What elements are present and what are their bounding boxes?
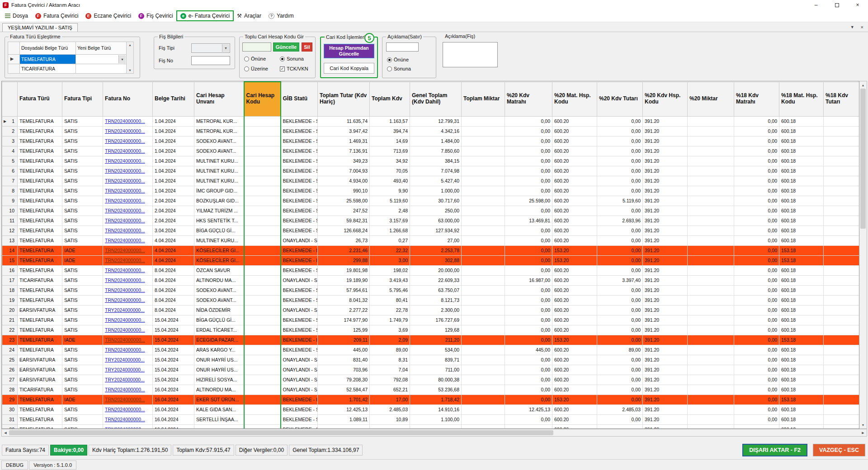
invoice-link[interactable]: TRN2024000000... — [105, 387, 145, 392]
cell[interactable]: 600.18 — [779, 414, 824, 424]
row-header[interactable]: 30 — [2, 404, 18, 414]
cell[interactable]: 153.20 — [552, 335, 597, 345]
horizontal-scrollbar[interactable]: ◀ ▶ — [1, 429, 867, 437]
cell[interactable]: 1.089,11 — [318, 414, 370, 424]
cell[interactable] — [462, 355, 505, 365]
cell[interactable] — [688, 345, 734, 355]
column-header[interactable]: Belge Tarihi — [153, 82, 194, 116]
cell[interactable]: 3.947,42 — [318, 126, 370, 136]
cell[interactable]: BEKLEMEDE - SA... — [281, 156, 318, 166]
cell[interactable] — [244, 375, 281, 385]
cell[interactable] — [734, 424, 779, 429]
cell[interactable]: 0,00 — [734, 156, 779, 166]
cell[interactable]: 0,00 — [505, 235, 552, 245]
cell[interactable]: TRN2024000000... — [103, 116, 153, 126]
cell[interactable] — [462, 295, 505, 305]
cell[interactable] — [244, 226, 281, 235]
cell[interactable]: 600.20 — [552, 275, 597, 285]
cell[interactable]: 0,00 — [505, 385, 552, 395]
cell[interactable] — [462, 424, 505, 429]
cell[interactable]: 600.20 — [552, 315, 597, 325]
table-row[interactable]: 19TEMELFATURASATISTRN2024000000...8.04.2… — [2, 295, 859, 305]
cell[interactable]: 1.04.2024 — [153, 186, 194, 196]
cell[interactable]: 600.20 — [552, 116, 597, 126]
cell[interactable]: SODEXO AVANT... — [194, 136, 244, 146]
tab-dropdown-icon[interactable]: ▼ — [850, 25, 854, 29]
cell[interactable]: 0,00 — [734, 385, 779, 395]
cell[interactable] — [462, 176, 505, 186]
cell[interactable]: 0,00 — [734, 335, 779, 345]
cell[interactable]: TEMELFATURA — [18, 226, 62, 235]
cell[interactable] — [824, 196, 859, 206]
cell[interactable]: TEMELFATURA — [18, 126, 62, 136]
invoice-link[interactable]: TRN2024000000... — [105, 178, 145, 183]
cell[interactable]: SATIS — [62, 265, 103, 275]
cell[interactable]: 1.701,42 — [318, 395, 370, 404]
cell[interactable]: 80.000,38 — [410, 375, 462, 385]
cell[interactable]: SATIS — [62, 116, 103, 126]
hesap-planimdan-guncelle-button[interactable]: Hesap Planımdan Güncelle — [324, 44, 374, 58]
cell[interactable]: 0,00 — [505, 335, 552, 345]
cell[interactable]: 2.277,22 — [318, 305, 370, 315]
tab-yesilmavi-satis[interactable]: YEŞİLMAVİ YAZILIM - SATIŞ — [2, 23, 78, 32]
cell[interactable]: 153.20 — [552, 245, 597, 255]
table-row[interactable]: 31TEMELFATURASATISTRN2024000000...16.04.… — [2, 414, 859, 424]
cell[interactable]: 15.04.2024 — [153, 325, 194, 335]
cell[interactable]: 600.20 — [552, 375, 597, 385]
cell[interactable]: 16.987,00 — [505, 275, 552, 285]
cell[interactable] — [462, 395, 505, 404]
row-header[interactable]: 9 — [2, 196, 18, 206]
table-row[interactable]: 24TEMELFATURASATISTRN2024000000...15.04.… — [2, 345, 859, 355]
cell[interactable]: TRN2024000000... — [103, 315, 153, 325]
cell[interactable]: TEMELFATURA — [18, 404, 62, 414]
row-header[interactable]: 10 — [2, 206, 18, 216]
cell[interactable]: 0,00 — [734, 375, 779, 385]
cell[interactable]: 0,00 — [597, 295, 643, 305]
cell[interactable]: 391.20 — [643, 315, 688, 325]
cell[interactable]: 0,00 — [734, 126, 779, 136]
cell[interactable]: BEKLEMEDE - SA... — [281, 166, 318, 176]
cell[interactable]: 0,00 — [597, 285, 643, 295]
cell[interactable]: TEMELFATURA — [18, 265, 62, 275]
table-row[interactable]: 27EARSIVFATURASATISTRY2024000000...15.04… — [2, 375, 859, 385]
cell[interactable] — [824, 395, 859, 404]
cell[interactable]: 1.04.2024 — [153, 146, 194, 156]
cell[interactable]: 600.18 — [779, 325, 824, 335]
cell[interactable]: 0,00 — [734, 235, 779, 245]
toplu-cari-input[interactable] — [242, 42, 271, 52]
cell[interactable]: 2.485,03 — [597, 404, 643, 414]
cell[interactable]: 0,00 — [597, 186, 643, 196]
cell[interactable]: 30.717,60 — [410, 196, 462, 206]
invoice-link[interactable]: TRN2024000000... — [105, 397, 145, 402]
table-row[interactable]: 10TEMELFATURASATISTRN2024000000...2.04.2… — [2, 206, 859, 216]
cell[interactable]: 600.20 — [552, 206, 597, 216]
menu-eczane-cevirici[interactable]: E Eczane Çevirici — [82, 11, 135, 21]
cell[interactable]: TRY2024000000... — [103, 355, 153, 365]
cell[interactable]: 792,08 — [370, 375, 410, 385]
cell[interactable]: TRY2024000000... — [103, 305, 153, 315]
cell[interactable]: 27,00 — [410, 235, 462, 245]
cell[interactable]: BEKLEMEDE - SA... — [281, 285, 318, 295]
vertical-scroll-thumb[interactable] — [860, 89, 866, 229]
cell[interactable]: 600.18 — [779, 404, 824, 414]
cell[interactable]: KALE GIDA SAN... — [194, 404, 244, 414]
row-header[interactable]: ▶1 — [2, 116, 18, 126]
cell[interactable] — [462, 186, 505, 196]
cell[interactable] — [244, 395, 281, 404]
cell[interactable] — [688, 335, 734, 345]
cell[interactable]: 8.04.2024 — [153, 275, 194, 285]
row-header[interactable]: 11 — [2, 216, 18, 226]
cell[interactable]: 8.04.2024 — [153, 285, 194, 295]
cell[interactable]: TEMELFATURA — [18, 196, 62, 206]
cell[interactable] — [824, 156, 859, 166]
cell[interactable]: 16.04.2024 — [153, 385, 194, 395]
cell[interactable] — [824, 424, 859, 429]
cell[interactable]: 391.20 — [643, 265, 688, 275]
cell[interactable]: 600.18 — [779, 176, 824, 186]
scroll-right-icon[interactable]: ▶ — [859, 431, 867, 435]
mapping-source-cell[interactable]: TEMELFATURA — [20, 55, 76, 64]
cell[interactable]: 125,99 — [318, 325, 370, 335]
row-header[interactable]: 6 — [2, 166, 18, 176]
cell[interactable]: HKS SENTETİK T... — [194, 216, 244, 226]
cell[interactable] — [244, 186, 281, 196]
